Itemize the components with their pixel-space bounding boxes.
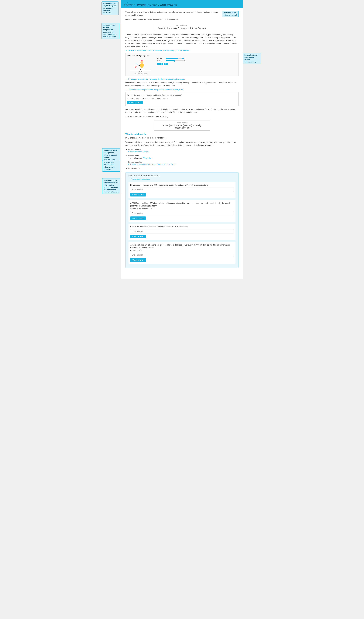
svg-text:d = 0: d = 0 — [139, 71, 142, 72]
primer-title: FORCES, WORK, ENERGY AND POWER — [124, 4, 240, 7]
mc-radio-3[interactable] — [147, 98, 149, 99]
intro-para2: Here is the formula used to calculate ho… — [125, 18, 239, 21]
watch-para1: In all of the above, the force is a cons… — [125, 136, 239, 139]
mc-question-box: What is the maximum power with which the… — [125, 92, 239, 106]
tools-label: Linked tools: — [128, 155, 139, 157]
force-thumb[interactable] — [182, 58, 184, 59]
work-label: Work = F×cos(θ) = 0 joules — [127, 55, 237, 57]
question-card-2: A 20 N force is pulling at 15° above a h… — [128, 200, 236, 222]
angle-val: 0 — [184, 60, 185, 62]
svg-line-7 — [140, 68, 141, 70]
svg-rect-10 — [142, 70, 145, 70]
skater-svg: d = 0 — [127, 57, 154, 72]
angle-label: Angle θ — [157, 60, 165, 62]
reset-button[interactable]: ◀◀ — [164, 63, 168, 65]
check-button-4[interactable]: Check answer — [130, 258, 146, 262]
question-input-4[interactable] — [130, 253, 234, 257]
watch-heading: What to watch out for — [125, 133, 239, 135]
mc-radio-2[interactable] — [140, 98, 142, 99]
annotation-interactive: Interactive tools help support student u… — [243, 53, 261, 64]
force-fill — [166, 58, 178, 59]
mc-option-5[interactable]: 75 W — [162, 98, 168, 99]
annotation-formula: Useful formulas are given alongside an e… — [101, 23, 119, 39]
question-text-4: A radio-controlled aircraft engine can p… — [130, 244, 234, 252]
hint3: → Find the maximum power that it is poss… — [125, 89, 239, 91]
svg-text:F: F — [134, 65, 135, 67]
intro-para1: The work done by a force is defined as t… — [125, 11, 239, 16]
mc-radio-1[interactable] — [134, 98, 135, 99]
angle-track — [166, 60, 184, 61]
question-text-2: A 20 N force is pulling at 15° above a h… — [130, 202, 234, 210]
power-para2: So, power = work / time, which means, su… — [125, 108, 239, 113]
formula-work-text: Work (joules) = force (newtons) × distan… — [156, 27, 208, 29]
power-para3: A useful power formula is power = force … — [125, 115, 239, 118]
annotation-external: External links relating to the primer ar… — [102, 160, 120, 172]
hint1: → Click ▶ to make the force do some work… — [125, 49, 239, 51]
mc-radio-5[interactable] — [162, 98, 164, 99]
mc-option-2[interactable]: 18 W — [140, 98, 146, 99]
interactive-simulation[interactable]: Work = F×cos(θ) = 0 joules d = 0 — [125, 53, 239, 76]
svg-point-3 — [140, 61, 143, 64]
angle-fill — [166, 60, 175, 61]
linked-primers-section: Linked primers: Conservation of energy — [125, 148, 239, 153]
mc-label-0: 2 W — [129, 98, 133, 99]
tools-item-text: Types of energy — [128, 157, 142, 159]
modules-label: Linked modules: — [128, 161, 142, 163]
question-input-3[interactable] — [130, 229, 234, 233]
question-text-1: How much work is done by a 30 N force mo… — [130, 184, 234, 186]
interactive-controls[interactable]: Force F 3 Angle θ — [157, 57, 237, 65]
linked-modules-section: Linked modules: M1: How fast could I cyc… — [125, 161, 239, 165]
annotation-key-concepts: Key concepts are taught alongside the mo… — [101, 1, 119, 15]
annotation-questions: Questions on the primer concept are sole… — [102, 178, 120, 194]
mc-label-1: 6 W — [136, 98, 139, 99]
module-link[interactable]: M1: How fast could I cycle stage 7 of th… — [128, 163, 175, 165]
skater-area: d = 0 — [127, 57, 154, 75]
force-val: 3 — [184, 57, 185, 59]
play-controls[interactable]: ▶ ‖ ◀◀ — [157, 63, 237, 65]
question-text-3: What is the power of a force of 40 N mov… — [130, 225, 234, 228]
mc-label-3: 33 W — [150, 98, 154, 99]
question-card-4: A radio-controlled aircraft engine can p… — [128, 242, 236, 264]
angle-thumb[interactable] — [174, 60, 175, 62]
angle-slider-row[interactable]: Angle θ 0 — [157, 60, 237, 62]
linked-tools-section: Linked tools: Types of energy Wikipedia — [125, 155, 239, 159]
primer-label: PRIMER: — [124, 2, 240, 4]
mc-question-text: What is the maximum power with which the… — [127, 94, 237, 96]
question-input-2[interactable] — [130, 211, 234, 215]
force-slider-row[interactable]: Force F 3 — [157, 57, 237, 59]
check-button-2[interactable]: Check answer — [130, 216, 146, 220]
mc-option-0[interactable]: 2 W — [127, 98, 133, 99]
power-para1: Power is the rate at which work is done.… — [125, 81, 239, 87]
time-label: Time = ? Seconds — [127, 73, 154, 75]
annotation-definition: Definition of the primer's concept. — [222, 11, 239, 17]
svg-line-4 — [137, 65, 140, 66]
cyu-title: CHECK YOUR UNDERSTANDING — [128, 175, 236, 177]
mc-label-2: 18 W — [142, 98, 146, 99]
check-button-1[interactable]: Check answer — [130, 193, 146, 197]
wikipedia-link[interactable]: Wikipedia — [143, 157, 151, 159]
mc-label-5: 75 W — [164, 98, 168, 99]
question-input-1[interactable] — [130, 188, 234, 192]
image-credits-section: Image credits: — [125, 167, 239, 169]
mc-check-button[interactable]: Check answer — [127, 101, 143, 104]
cyu-section: CHECK YOUR UNDERSTANDING Answer these qu… — [125, 172, 239, 268]
conservation-energy-link[interactable]: Conservation of energy — [128, 151, 148, 153]
mc-options[interactable]: 2 W 6 W 18 W 33 W 54 W 75 W — [127, 98, 237, 99]
mc-radio-0[interactable] — [127, 98, 129, 99]
pause-button[interactable]: ‖ — [160, 63, 163, 65]
svg-text:θ: θ — [136, 63, 136, 65]
play-button[interactable]: ▶ — [157, 63, 160, 65]
question-card-1: How much work is done by a 30 N force mo… — [128, 182, 236, 198]
primers-label: Linked primers: — [128, 148, 142, 151]
formula-power-label: Formula for power — [156, 122, 208, 124]
mc-option-4[interactable]: 54 W — [154, 98, 161, 99]
check-button-3[interactable]: Check answer — [130, 235, 146, 238]
header: PRIMER: FORCES, WORK, ENERGY AND POWER — [121, 0, 243, 8]
cyu-hint: Answer these questions. — [128, 178, 236, 180]
question-card-3: What is the power of a force of 40 N mov… — [128, 224, 236, 240]
formula-power-text: Power (watts) = force (newtons) × veloci… — [156, 124, 208, 129]
mc-option-1[interactable]: 6 W — [134, 98, 139, 99]
mc-radio-4[interactable] — [154, 98, 156, 99]
annotation-linked: Primers on related concepts are linked t… — [102, 148, 120, 162]
mc-option-3[interactable]: 33 W — [147, 98, 154, 99]
